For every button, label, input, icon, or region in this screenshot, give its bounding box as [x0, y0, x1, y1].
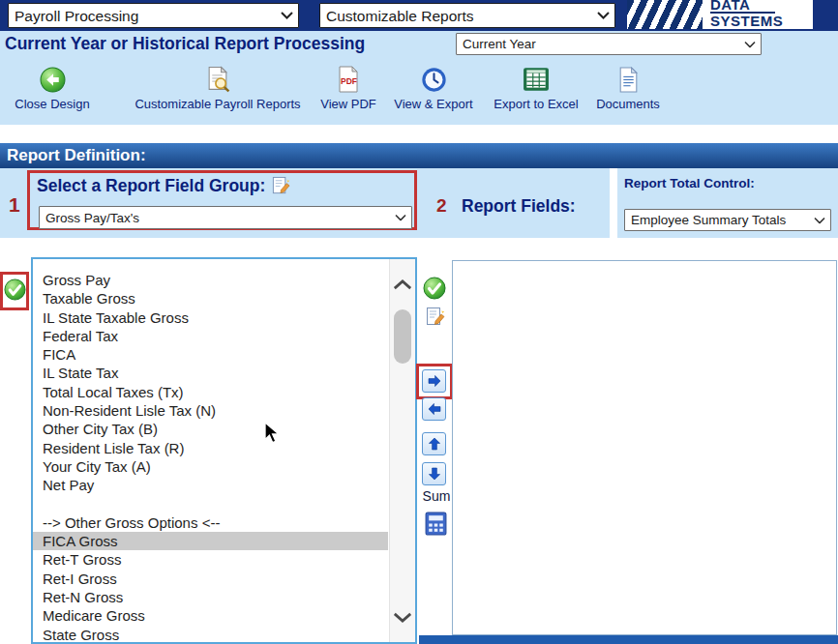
- chevron-down-icon: [393, 612, 412, 623]
- total-control-select-control[interactable]: Employee Summary Totals: [624, 209, 831, 231]
- list-item[interactable]: Ret-N Gross: [33, 588, 388, 606]
- logo-line2: SYSTEMS: [710, 14, 783, 28]
- scroll-up-button[interactable]: [390, 273, 415, 296]
- approve-fields-button[interactable]: [423, 277, 446, 300]
- list-item[interactable]: Taxable Gross: [33, 289, 388, 307]
- list-item[interactable]: Medicare Gross: [33, 606, 388, 625]
- company-logo: DATA SYSTEMS: [627, 0, 813, 29]
- section-select[interactable]: Customizable Reports: [319, 3, 615, 28]
- modify-group-icon[interactable]: [271, 176, 291, 196]
- payroll-report-designer: Payroll Processing Customizable Reports …: [0, 0, 838, 644]
- arrow-up-icon: [427, 436, 442, 452]
- calculator-icon: [425, 512, 447, 536]
- step2-number: 2: [436, 195, 447, 217]
- list-item[interactable]: FICA: [33, 345, 388, 364]
- list-item[interactable]: --> Other Gross Options <--: [33, 513, 388, 532]
- report-fields-label: Report Fields:: [462, 196, 576, 217]
- view-export-button[interactable]: View & Export: [388, 65, 479, 117]
- toolbar: Close Design Customizable Payroll Report…: [0, 57, 838, 125]
- report-fields-list[interactable]: [452, 260, 837, 635]
- list-item[interactable]: IL State Taxable Gross: [33, 308, 388, 327]
- list-item[interactable]: Your City Tax (A): [33, 457, 388, 476]
- sum-calculator-button[interactable]: [424, 511, 447, 536]
- chevron-up-icon: [393, 279, 412, 290]
- add-field-button[interactable]: [422, 369, 446, 393]
- close-design-button[interactable]: Close Design: [6, 65, 99, 117]
- list-item[interactable]: Ret-T Gross: [33, 550, 388, 569]
- arrow-right-icon: [427, 373, 442, 389]
- move-field-up-button[interactable]: [422, 432, 446, 455]
- toolbar-label: Export to Excel: [494, 97, 578, 111]
- logo-text: DATA SYSTEMS: [703, 0, 813, 29]
- year-select[interactable]: Current Year: [456, 33, 762, 55]
- year-select-control[interactable]: Current Year: [456, 33, 762, 55]
- step-band: 1 Select a Report Field Group: Gross Pay…: [0, 168, 838, 238]
- module-select-control[interactable]: Payroll Processing: [8, 3, 299, 28]
- toolbar-label: Close Design: [15, 97, 89, 111]
- sum-label: Sum: [418, 488, 455, 504]
- green-check-icon: [423, 277, 446, 300]
- svg-text:PDF: PDF: [341, 76, 357, 86]
- green-check-icon: [4, 278, 26, 301]
- scroll-down-button[interactable]: [390, 605, 415, 629]
- toolbar-label: Documents: [596, 97, 660, 111]
- list-item[interactable]: Net Pay: [33, 476, 388, 494]
- module-select[interactable]: Payroll Processing: [8, 3, 299, 28]
- logo-line1: DATA: [710, 0, 775, 14]
- document-icon: [617, 65, 640, 94]
- report-definition-title: Report Definition:: [7, 143, 146, 168]
- modify-icon: [425, 307, 446, 328]
- clock-icon: [421, 65, 447, 94]
- list-item[interactable]: Non-Resident Lisle Tax (N): [33, 401, 388, 420]
- toolbar-label: Customizable Payroll Reports: [135, 97, 300, 111]
- back-orb-icon: [40, 65, 66, 94]
- list-item[interactable]: [33, 495, 388, 513]
- export-excel-button[interactable]: Export to Excel: [489, 65, 584, 117]
- modify-field-button[interactable]: [424, 306, 446, 328]
- field-group-check-button[interactable]: [4, 278, 26, 301]
- list-item[interactable]: Ret-I Gross: [33, 570, 388, 588]
- list-item[interactable]: Total Local Taxes (Tx): [33, 383, 388, 401]
- field-group-label: Select a Report Field Group:: [37, 176, 265, 196]
- documents-button[interactable]: Documents: [592, 65, 664, 117]
- remove-field-button[interactable]: [422, 397, 446, 421]
- processing-mode-row: Current Year or Historical Report Proces…: [0, 31, 838, 57]
- list-item[interactable]: Other City Tax (B): [33, 420, 388, 438]
- excel-icon: [523, 65, 550, 94]
- total-control-select[interactable]: Employee Summary Totals: [624, 209, 831, 231]
- step1-number: 1: [9, 193, 20, 217]
- list-item[interactable]: IL State Tax: [33, 364, 388, 382]
- scrollbar[interactable]: [389, 259, 415, 642]
- pdf-icon: PDF: [337, 65, 360, 94]
- field-group-select-control[interactable]: Gross Pay/Tax's: [39, 206, 412, 229]
- scroll-thumb[interactable]: [394, 309, 411, 364]
- customizable-payroll-reports-button[interactable]: Customizable Payroll Reports: [126, 65, 310, 117]
- report-search-icon: [205, 65, 231, 94]
- field-group-select[interactable]: Gross Pay/Tax's: [39, 206, 412, 229]
- list-item[interactable]: Federal Tax: [33, 327, 388, 345]
- total-control-label: Report Total Control:: [624, 176, 755, 190]
- arrow-down-icon: [427, 466, 442, 482]
- list-item[interactable]: Resident Lisle Tax (R): [33, 439, 388, 457]
- processing-mode-label: Current Year or Historical Report Proces…: [5, 31, 365, 57]
- list-item[interactable]: Gross Pay: [33, 271, 388, 289]
- toolbar-label: View PDF: [320, 97, 376, 111]
- report-definition-header: Report Definition:: [0, 143, 838, 168]
- list-item[interactable]: FICA Gross: [33, 532, 388, 550]
- toolbar-label: View & Export: [394, 97, 472, 111]
- view-pdf-button[interactable]: PDF View PDF: [317, 65, 379, 117]
- bottom-divider-bar: [419, 635, 838, 644]
- move-field-down-button[interactable]: [422, 462, 446, 485]
- list-item[interactable]: State Gross: [33, 626, 388, 644]
- field-group-listbox: Gross PayTaxable GrossIL State Taxable G…: [31, 257, 417, 644]
- logo-stripes-graphic: [627, 0, 703, 29]
- field-group-list: Gross PayTaxable GrossIL State Taxable G…: [33, 259, 415, 642]
- top-nav-bar: Payroll Processing Customizable Reports …: [0, 0, 838, 31]
- section-select-control[interactable]: Customizable Reports: [319, 3, 615, 28]
- arrow-left-icon: [427, 401, 442, 417]
